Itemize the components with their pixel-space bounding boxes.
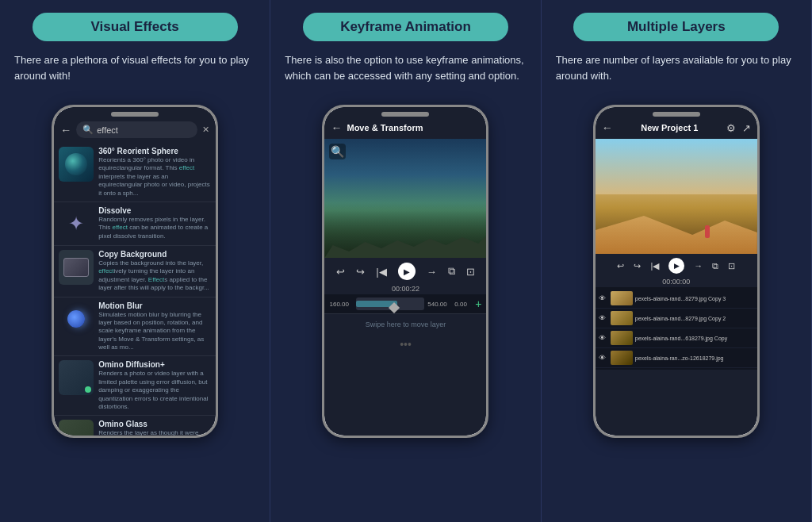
effect-desc-4: Simulates motion blur by blurring the la… — [98, 311, 211, 352]
badge-visual-effects: Visual Effects — [33, 13, 238, 41]
p2-swipe-area[interactable]: Swipe here to move layer — [324, 313, 486, 335]
list-item[interactable]: 👁 pexels-alaina-rand...8279.jpg Copy 3 — [596, 289, 757, 309]
badge-layers: Multiple Layers — [573, 13, 779, 41]
p2-tl-label2: 540.00 — [427, 301, 451, 308]
list-item[interactable]: 👁 pexels-alaina-ran...zo-12618279.jpg — [596, 348, 757, 368]
p3-skip-back-icon[interactable]: |◀ — [650, 261, 659, 271]
effect-desc-1: Reorients a 360° photo or video in equir… — [98, 156, 211, 198]
p3-layer-thumb-2 — [611, 311, 633, 325]
phone-screen-2: ← Move & Transform 🔍 ↩ ↪ |◀ ▶ → ⧉ ⊡ 00:0… — [324, 107, 486, 436]
effect-info-6: Omino Glass Renders the layer as though … — [98, 420, 211, 436]
list-item[interactable]: Dissolve Randomly removes pixels in the … — [54, 202, 216, 246]
p3-dunes — [596, 206, 757, 254]
p2-controls: ↩ ↪ |◀ ▶ → ⧉ ⊡ — [324, 258, 486, 283]
p3-eye-icon-1[interactable]: 👁 — [599, 294, 608, 302]
p3-gear-icon[interactable]: ⚙ — [726, 122, 736, 134]
effect-desc-2: Randomly removes pixels in the layer. Th… — [98, 216, 211, 240]
p2-dot-icon[interactable]: ••• — [400, 338, 412, 351]
panel-keyframe: Keyframe Animation There is also the opt… — [270, 0, 541, 522]
effect-desc-6: Renders the layer as though it were made… — [98, 429, 211, 436]
phone-notch-2 — [381, 112, 429, 117]
p3-fwd-icon[interactable]: → — [694, 261, 703, 271]
p2-timecode: 00:00:22 — [324, 283, 486, 294]
effect-info-3: Copy Background Copies the background in… — [98, 250, 211, 293]
effect-title-2: Dissolve — [98, 206, 211, 215]
p3-icons: ⚙ ↗ — [726, 122, 751, 134]
p3-layer-thumb-4 — [611, 351, 633, 365]
p1-back-icon[interactable]: ← — [60, 124, 71, 136]
list-item[interactable]: Motion Blur Simulates motion blur by blu… — [54, 297, 216, 357]
phone-layers: ← New Project 1 ⚙ ↗ ↩ ↪ |◀ ▶ → — [593, 105, 760, 438]
desc-keyframe: There is also the option to use keyframe… — [285, 52, 526, 94]
p2-add-icon[interactable]: + — [475, 297, 481, 310]
effect-info-1: 360° Reorient Sphere Reorients a 360° ph… — [98, 147, 211, 198]
list-item[interactable]: Omino Glass Renders the layer as though … — [54, 416, 216, 436]
effects-list: 360° Reorient Sphere Reorients a 360° ph… — [54, 143, 216, 436]
p2-redo-icon[interactable]: ↪ — [356, 266, 365, 278]
p2-tl-label1: 160.00 — [329, 301, 353, 308]
list-item[interactable]: Omino Diffusion+ Renders a photo or vide… — [54, 356, 216, 416]
p2-title: Move & Transform — [347, 123, 423, 132]
p3-video-preview — [596, 139, 757, 254]
list-item[interactable]: 👁 pexels-alaina-rand...8279.jpg Copy 2 — [596, 309, 757, 328]
p2-tl-label3: 0.00 — [454, 301, 472, 308]
p2-undo-icon[interactable]: ↩ — [336, 266, 345, 278]
p2-zoom-icon[interactable]: 🔍 — [329, 144, 346, 159]
p1-searchbox[interactable]: 🔍 effect — [76, 121, 197, 138]
phone-notch-1 — [111, 112, 159, 117]
effect-info-5: Omino Diffusion+ Renders a photo or vide… — [98, 360, 211, 411]
phone-visual-effects: ← 🔍 effect ✕ 360° Reorient Sphere Reorie… — [52, 105, 218, 438]
effect-desc-3: Copies the background into the layer, ef… — [98, 259, 211, 293]
p2-back-icon[interactable]: ← — [331, 121, 342, 134]
p3-layer-thumb-1 — [611, 291, 633, 305]
p3-layer-name-3: pexels-alaina-rand...618279.jpg Copy — [635, 336, 754, 341]
p2-tl-bar[interactable] — [356, 297, 424, 310]
phone-keyframe: ← Move & Transform 🔍 ↩ ↪ |◀ ▶ → ⧉ ⊡ 00:0… — [322, 105, 488, 438]
p3-layer-name-4: pexels-alaina-ran...zo-12618279.jpg — [635, 355, 754, 361]
p3-play-icon: ▶ — [674, 262, 680, 270]
p2-play-button[interactable]: ▶ — [398, 263, 416, 280]
p3-layer-thumb-3 — [611, 331, 633, 345]
p2-timeline[interactable]: 160.00 540.00 0.00 + — [324, 294, 486, 313]
desc-visual-effects: There are a plethora of visual effects f… — [14, 52, 255, 94]
p2-crop-icon[interactable]: ⊡ — [466, 266, 475, 278]
effect-title-1: 360° Reorient Sphere — [98, 147, 211, 155]
p2-skip-back-icon[interactable]: |◀ — [376, 266, 386, 278]
p3-figure — [705, 225, 710, 238]
badge-keyframe: Keyframe Animation — [303, 13, 508, 41]
p3-eye-icon-3[interactable]: 👁 — [599, 334, 608, 342]
p2-rocks — [324, 202, 486, 258]
green-dot-5 — [85, 386, 91, 393]
p1-search-icon: 🔍 — [82, 125, 94, 135]
list-item[interactable]: Copy Background Copies the background in… — [54, 246, 216, 297]
p3-undo-icon[interactable]: ↩ — [617, 261, 624, 271]
p2-swipe-text: Swipe here to move layer — [366, 320, 446, 328]
p3-controls: ↩ ↪ |◀ ▶ → ⧉ ⊡ — [596, 254, 757, 276]
p3-eye-icon-2[interactable]: 👁 — [599, 314, 608, 322]
effect-info-4: Motion Blur Simulates motion blur by blu… — [98, 301, 211, 352]
list-item[interactable]: 360° Reorient Sphere Reorients a 360° ph… — [54, 143, 216, 202]
p3-play-button[interactable]: ▶ — [668, 258, 684, 274]
p3-back-group[interactable]: ← — [602, 121, 613, 134]
p3-eye-icon-4[interactable]: 👁 — [599, 354, 608, 362]
panel-visual-effects: Visual Effects There are a plethora of v… — [0, 0, 270, 522]
effect-title-6: Omino Glass — [98, 420, 211, 428]
p2-dots-row: ••• — [324, 335, 486, 354]
p3-redo-icon[interactable]: ↪ — [634, 261, 641, 271]
p3-sky — [596, 139, 757, 194]
effect-desc-5: Renders a photo or video layer with a li… — [98, 370, 211, 411]
effect-thumb-motion — [59, 301, 94, 336]
p2-copy-icon[interactable]: ⧉ — [448, 265, 455, 278]
phone-notch-3 — [653, 112, 700, 117]
p3-crop-icon[interactable]: ⊡ — [728, 261, 735, 271]
list-item[interactable]: 👁 pexels-alaina-rand...618279.jpg Copy — [596, 328, 757, 348]
p1-close-icon[interactable]: ✕ — [202, 125, 209, 135]
p3-layer-name-1: pexels-alaina-rand...8279.jpg Copy 3 — [635, 296, 754, 301]
p3-title: New Project 1 — [641, 123, 698, 132]
p3-copy-icon[interactable]: ⧉ — [712, 261, 718, 271]
p2-video-preview: 🔍 — [324, 139, 486, 258]
effect-thumb-omino1 — [59, 360, 94, 395]
p2-arrow-right-icon[interactable]: → — [427, 266, 437, 278]
p3-export-icon[interactable]: ↗ — [742, 122, 751, 134]
p3-timecode: 00:00:00 — [596, 276, 757, 287]
